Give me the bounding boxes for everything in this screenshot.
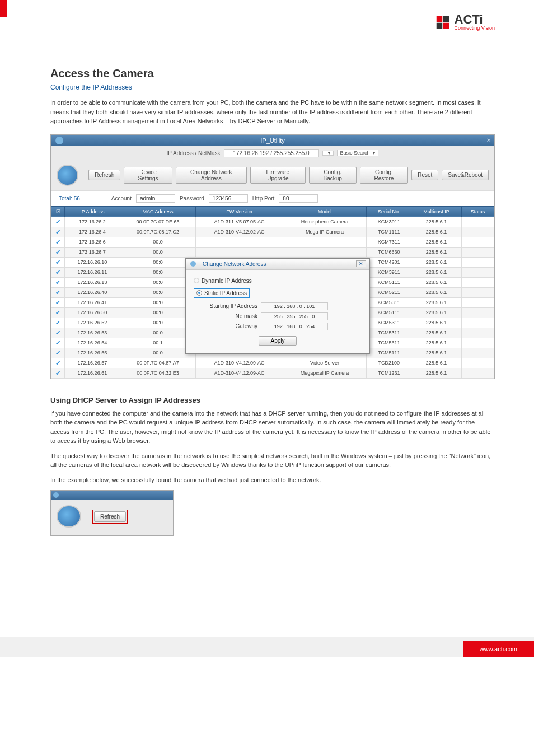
row-check[interactable]: ✔ xyxy=(51,267,65,277)
col-ip[interactable]: IP Address xyxy=(65,206,120,217)
cell-ip: 172.16.26.53 xyxy=(65,328,120,338)
svg-rect-3 xyxy=(443,23,449,29)
apply-button[interactable]: Apply xyxy=(259,336,296,346)
window-controls[interactable]: — □ ✕ xyxy=(473,137,491,143)
radio-unselected-icon xyxy=(194,278,199,283)
cell-multicast: 228.5.6.1 xyxy=(411,307,462,318)
table-row[interactable]: ✔ 172.16.26.57 00:0F:7C:04:87:A7 A1D-310… xyxy=(51,358,494,368)
cell-model: Hemispheric Camera xyxy=(283,217,367,227)
params-row: Total: 56 Account admin Password 123456 … xyxy=(51,190,494,206)
search-type[interactable]: Basic Search▼ xyxy=(337,150,378,156)
refresh-highlight: Refresh xyxy=(92,510,128,524)
col-serial[interactable]: Serial No. xyxy=(367,206,411,217)
cell-ip: 172.16.26.2 xyxy=(65,217,120,227)
col-fw[interactable]: FW Version xyxy=(196,206,283,217)
intro-paragraph: In order to be able to communicate with … xyxy=(50,98,495,126)
cell-ip: 172.16.26.57 xyxy=(65,358,120,368)
cell-mac: 00:0 xyxy=(120,257,196,267)
cell-fw xyxy=(196,247,283,257)
refresh-button[interactable]: Refresh xyxy=(88,170,120,180)
change-network-address-button[interactable]: Change Network Address xyxy=(176,167,247,184)
account-input[interactable]: admin xyxy=(136,194,175,203)
table-row[interactable]: ✔ 172.16.26.6 00:0 KCM7311 228.5.6.1 xyxy=(51,237,494,247)
change-network-dialog: Change Network Address ✕ Dynamic IP Addr… xyxy=(185,258,370,354)
cell-mac: 00:0 xyxy=(120,287,196,297)
cell-mac: 00:0 xyxy=(120,297,196,307)
save-reboot-button[interactable]: Save&Reboot xyxy=(442,170,489,180)
col-status[interactable]: Status xyxy=(461,206,494,217)
search-label: IP Address / NetMask xyxy=(167,150,221,156)
search-value[interactable]: 172.16.26.192 / 255.255.255.0 xyxy=(224,149,319,157)
total-label: Total: 56 xyxy=(59,195,80,202)
cell-serial: TCM1111 xyxy=(367,227,411,237)
cell-status xyxy=(461,247,494,257)
cell-mac: 00:0 xyxy=(120,307,196,318)
http-port-input[interactable]: 80 xyxy=(279,194,318,203)
row-check[interactable]: ✔ xyxy=(51,247,65,257)
cell-multicast: 228.5.6.1 xyxy=(411,358,462,368)
cell-serial: KCM3911 xyxy=(367,217,411,227)
toolbar: Refresh Device Settings Change Network A… xyxy=(51,160,494,190)
dynamic-ip-radio[interactable]: Dynamic IP Address xyxy=(194,278,362,284)
row-check[interactable]: ✔ xyxy=(51,338,65,348)
table-row[interactable]: ✔ 172.16.26.7 00:0 TCM6630 228.5.6.1 xyxy=(51,247,494,257)
table-row[interactable]: ✔ 172.16.26.4 00:0F:7C:08:17:C2 A1D-310-… xyxy=(51,227,494,237)
brand-tagline: Connecting Vision xyxy=(455,25,495,31)
app-icon xyxy=(55,137,63,144)
maximize-icon[interactable]: □ xyxy=(481,137,484,143)
row-check[interactable]: ✔ xyxy=(51,307,65,318)
acti-logo-icon xyxy=(434,14,451,31)
cell-model xyxy=(283,237,367,247)
row-check[interactable]: ✔ xyxy=(51,257,65,267)
cell-multicast: 228.5.6.1 xyxy=(411,267,462,277)
cell-mac: 00:0 xyxy=(120,328,196,338)
window-title: IP_Utility xyxy=(260,137,284,144)
small-refresh-button[interactable]: Refresh xyxy=(94,511,126,522)
row-check[interactable]: ✔ xyxy=(51,358,65,368)
cell-multicast: 228.5.6.1 xyxy=(411,247,462,257)
row-check[interactable]: ✔ xyxy=(51,368,65,378)
account-label: Account xyxy=(111,195,132,202)
row-check[interactable]: ✔ xyxy=(51,318,65,328)
reset-button[interactable]: Reset xyxy=(411,170,438,180)
config-backup-button[interactable]: Config. Backup xyxy=(309,167,357,184)
small-screenshot: Refresh xyxy=(50,490,174,536)
row-check[interactable]: ✔ xyxy=(51,328,65,338)
starting-ip-input[interactable]: 192 . 168 . 0 . 101 xyxy=(261,302,328,310)
cell-mac: 00:0F:7C:07:DE:65 xyxy=(120,217,196,227)
row-check[interactable]: ✔ xyxy=(51,287,65,297)
dialog-close-button[interactable]: ✕ xyxy=(356,260,366,267)
check-all-header[interactable]: ☑ xyxy=(51,206,65,217)
cell-multicast: 228.5.6.1 xyxy=(411,368,462,378)
http-port-label: Http Port xyxy=(252,195,274,202)
row-check[interactable]: ✔ xyxy=(51,297,65,307)
netmask-input[interactable]: 255 . 255 . 255 . 0 xyxy=(261,312,328,320)
gateway-input[interactable]: 192 . 168 . 0 . 254 xyxy=(261,323,328,330)
row-check[interactable]: ✔ xyxy=(51,237,65,247)
table-row[interactable]: ✔ 172.16.26.2 00:0F:7C:07:DE:65 A1D-311-… xyxy=(51,217,494,227)
col-multicast[interactable]: Multicast IP xyxy=(411,206,462,217)
cell-serial: KCM5111 xyxy=(367,277,411,287)
row-check[interactable]: ✔ xyxy=(51,277,65,287)
brand-logo: ACTi Connecting Vision xyxy=(434,14,495,31)
minimize-icon[interactable]: — xyxy=(473,137,479,143)
cell-model xyxy=(283,247,367,257)
table-row[interactable]: ✔ 172.16.26.61 00:0F:7C:04:32:E3 A1D-310… xyxy=(51,368,494,378)
cell-status xyxy=(461,237,494,247)
col-model[interactable]: Model xyxy=(283,206,367,217)
device-settings-button[interactable]: Device Settings xyxy=(124,167,172,184)
row-check[interactable]: ✔ xyxy=(51,227,65,237)
password-input[interactable]: 123456 xyxy=(209,194,248,203)
col-mac[interactable]: MAC Address xyxy=(120,206,196,217)
cell-model: Video Server xyxy=(283,358,367,368)
row-check[interactable]: ✔ xyxy=(51,348,65,358)
cell-mac: 00:0F:7C:04:32:E3 xyxy=(120,368,196,378)
close-icon[interactable]: ✕ xyxy=(486,137,491,143)
cell-ip: 172.16.26.52 xyxy=(65,318,120,328)
config-restore-button[interactable]: Config. Restore xyxy=(360,167,408,184)
static-ip-radio[interactable]: Static IP Address xyxy=(194,288,250,298)
search-dropdown-arrow[interactable]: ▼ xyxy=(322,151,334,156)
row-check[interactable]: ✔ xyxy=(51,217,65,227)
cell-mac: 00:0 xyxy=(120,318,196,328)
firmware-upgrade-button[interactable]: Firmware Upgrade xyxy=(250,167,306,184)
